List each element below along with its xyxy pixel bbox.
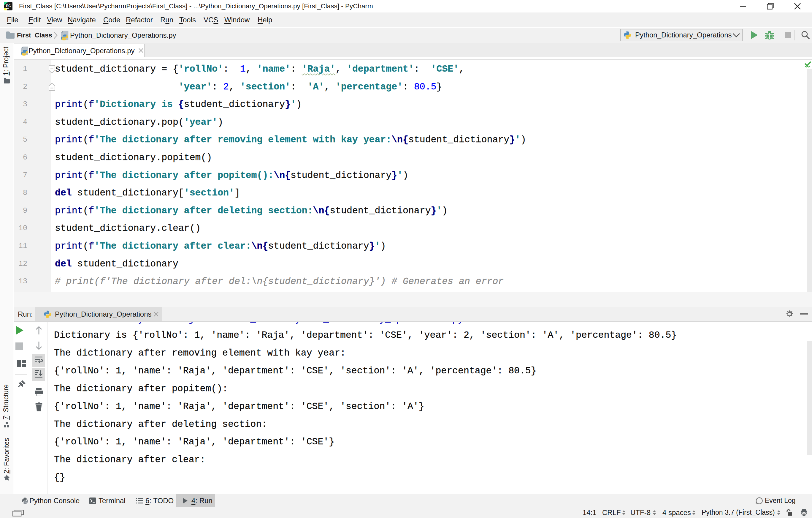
svg-text:PC: PC [6, 4, 11, 8]
